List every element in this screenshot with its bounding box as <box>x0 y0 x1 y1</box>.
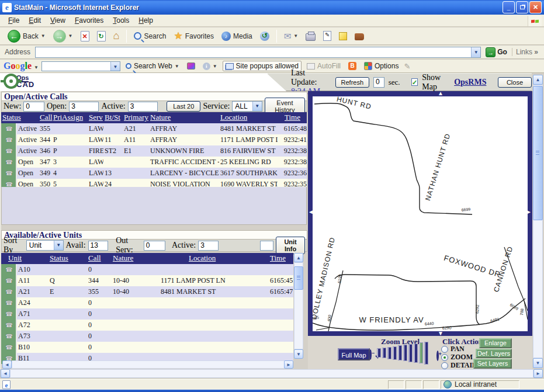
units-scrollbar-thumb[interactable] <box>294 266 303 290</box>
row-phone-icon[interactable]: ☎ <box>1 342 16 353</box>
forward-button[interactable]: → ▼ <box>50 29 76 44</box>
row-phone-icon[interactable]: ☎ <box>1 286 16 297</box>
back-button[interactable]: ← Back ▼ <box>5 29 48 44</box>
enlarge-button[interactable]: Enlarge <box>479 338 512 348</box>
address-dropdown-icon[interactable]: ▼ <box>471 47 480 57</box>
units-scroll-down[interactable]: ▼ <box>294 349 303 359</box>
info-dropdown-icon[interactable]: ▼ <box>213 64 217 69</box>
col-location[interactable]: Location <box>219 112 278 123</box>
row-phone-icon[interactable]: ☎ <box>1 320 16 331</box>
highlighter-icon[interactable]: ✎ <box>404 62 410 71</box>
col-unit[interactable]: Unit <box>1 253 48 264</box>
page-info-button[interactable]: i▼ <box>200 62 220 71</box>
row-phone-icon[interactable]: ☎ <box>1 145 16 157</box>
table-row[interactable]: ☎Active344PLAW11A11AFFRAY1171 LAMP POST … <box>1 134 307 145</box>
close-window-button[interactable]: ✕ <box>529 1 542 13</box>
back-dropdown-icon[interactable]: ▼ <box>41 33 46 39</box>
row-phone-icon[interactable]: ☎ <box>1 157 16 168</box>
address-input[interactable]: ▼ <box>35 47 481 58</box>
menu-edit[interactable]: Edit <box>24 15 46 26</box>
table-row[interactable]: ☎A100 <box>1 264 293 275</box>
page-hscroll-left[interactable]: ◄ <box>1 369 10 378</box>
set-layers-button[interactable]: Set Layers <box>473 359 512 369</box>
pagerank-button[interactable] <box>185 62 197 70</box>
stop-button[interactable]: ✕ <box>78 30 92 43</box>
zoom-level-bars[interactable] <box>377 339 432 366</box>
edit-button[interactable]: ✎ <box>320 30 334 42</box>
row-phone-icon[interactable]: ☎ <box>1 275 16 286</box>
print-button[interactable] <box>303 30 318 42</box>
row-phone-icon[interactable]: ☎ <box>1 297 16 308</box>
table-row[interactable]: ☎A240 <box>1 297 293 308</box>
out-serv-count-input[interactable]: 0 <box>144 241 165 251</box>
col-time[interactable]: Time <box>278 112 307 123</box>
col-btst[interactable]: Bt/St <box>103 112 123 123</box>
col-assign[interactable]: Assign <box>61 112 88 123</box>
page-scroll-up[interactable]: ▲ <box>533 75 543 85</box>
row-phone-icon[interactable]: ☎ <box>1 168 16 179</box>
google-dropdown-icon[interactable]: ▼ <box>34 65 39 70</box>
table-row[interactable]: ☎Open3494LAW13LARCENY - BICYCLE3617 SOUT… <box>1 168 307 179</box>
table-row[interactable]: ☎A21E35510-408481 MARKET ST6165:47 <box>1 286 293 297</box>
google-logo[interactable]: Google ▼ <box>4 61 39 71</box>
units-hscroll-left[interactable]: ◄ <box>2 360 12 369</box>
page-hscroll-right[interactable]: ► <box>533 369 543 378</box>
unit-info-button[interactable]: Unit Info <box>276 237 305 254</box>
menu-file[interactable]: File <box>4 15 24 26</box>
options-button[interactable]: Options <box>362 61 401 71</box>
table-row[interactable]: ☎A11Q34410-401171 LAMP POST LN6165:45 <box>1 275 293 286</box>
favorites-button[interactable]: ★ Favorites <box>171 29 217 43</box>
units-scroll-up[interactable]: ▲ <box>294 253 303 262</box>
table-row[interactable]: ☎B100 <box>1 342 293 353</box>
new-count-input[interactable]: 0 <box>23 102 44 112</box>
mail-button[interactable]: ✉▼ <box>281 30 302 43</box>
refresh-interval-input[interactable]: 0 <box>373 77 384 88</box>
radio-detail[interactable]: DETAIL <box>441 361 477 370</box>
minimize-button[interactable]: _ <box>503 1 515 13</box>
col-call[interactable]: Call <box>39 112 52 123</box>
research-button[interactable] <box>352 30 367 41</box>
last-20-button[interactable]: Last 20 <box>167 101 200 112</box>
map-pan-up-icon[interactable]: ▲ <box>438 91 443 96</box>
row-phone-icon[interactable]: ☎ <box>1 123 16 134</box>
mail-dropdown-icon[interactable]: ▼ <box>293 33 298 39</box>
go-button[interactable]: → Go <box>483 47 510 57</box>
refresh-page-button[interactable]: ↻ <box>94 30 109 43</box>
units-hscrollbar-track[interactable] <box>12 360 293 369</box>
radio-pan[interactable]: PAN <box>441 345 465 353</box>
page-scrollbar-thumb[interactable] <box>533 86 543 220</box>
units-hscroll-right[interactable]: ► <box>284 360 293 369</box>
links-label[interactable]: Links » <box>512 48 542 56</box>
table-row[interactable]: ☎Active355LAWA21AFFRAY8481 MARKET ST6165… <box>1 123 307 134</box>
row-phone-icon[interactable]: ☎ <box>1 331 16 342</box>
close-app-button[interactable]: Close <box>498 77 532 88</box>
search-web-dropdown-icon[interactable]: ▼ <box>175 64 179 69</box>
zoom-out-icon[interactable]: – <box>369 349 372 360</box>
google-search-dropdown-icon[interactable]: ▼ <box>110 62 120 71</box>
col-primary[interactable]: Primary <box>123 112 149 123</box>
radio-zoom[interactable]: ZOOM <box>441 353 473 362</box>
page-hscrollbar-track[interactable] <box>10 369 533 378</box>
sort-by-dropdown-arrow-icon[interactable]: ▼ <box>54 241 63 250</box>
search-button[interactable]: Search <box>131 31 169 41</box>
units-active-count-input[interactable]: 3 <box>198 241 219 251</box>
def-layers-button[interactable]: Def. Layers <box>476 349 512 358</box>
table-row[interactable]: ☎Open3473LAWTRAFFIC ACCIDENT - PD25 KEEL… <box>1 157 307 168</box>
refresh-button[interactable]: Refresh <box>335 77 370 88</box>
opsrms-link[interactable]: OpsRMS <box>454 78 486 87</box>
menu-help[interactable]: Help <box>134 15 158 26</box>
table-row[interactable]: ☎A710 <box>1 308 293 320</box>
menu-tools[interactable]: Tools <box>108 15 134 26</box>
popup-blocker-button[interactable]: Site popups allowed <box>223 61 302 71</box>
avail-count-input[interactable]: 13 <box>88 241 109 251</box>
col-status[interactable]: Status <box>1 112 39 123</box>
map-pan-left-icon[interactable]: ◄ <box>308 210 314 214</box>
forward-dropdown-icon[interactable]: ▼ <box>68 33 73 39</box>
zoom-in-icon[interactable]: + <box>436 351 439 361</box>
restore-button[interactable] <box>516 1 528 13</box>
service-dropdown-arrow-icon[interactable]: ▼ <box>252 102 262 111</box>
blogger-button[interactable]: B <box>346 61 359 71</box>
unit-filter-input[interactable] <box>260 241 273 251</box>
page-scroll-down[interactable]: ▼ <box>533 358 543 368</box>
service-dropdown[interactable]: ALL▼ <box>232 101 262 112</box>
